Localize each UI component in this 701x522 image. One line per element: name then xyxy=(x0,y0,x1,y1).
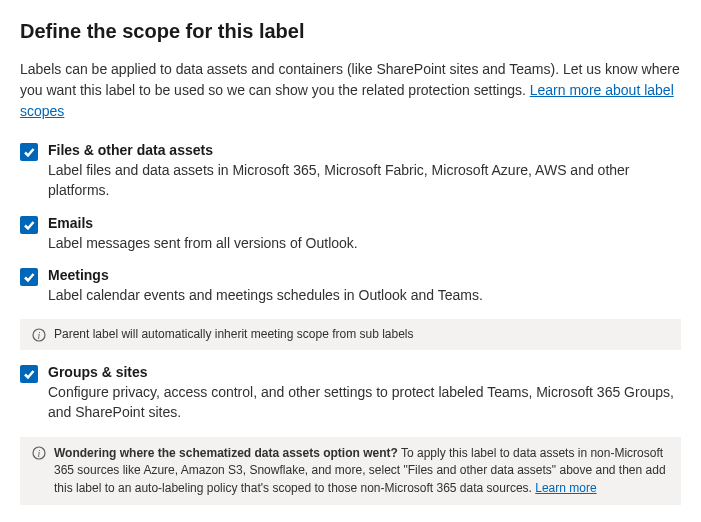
meeting-inherit-text: Parent label will automatically inherit … xyxy=(54,327,669,341)
check-icon xyxy=(23,271,35,283)
option-files: Files & other data assets Label files an… xyxy=(20,142,681,201)
option-groups-sites-desc: Configure privacy, access control, and o… xyxy=(48,382,681,423)
checkbox-meetings[interactable] xyxy=(20,268,38,286)
option-meetings: Meetings Label calendar events and meeti… xyxy=(20,267,681,305)
option-meetings-body: Meetings Label calendar events and meeti… xyxy=(48,267,681,305)
check-icon xyxy=(23,146,35,158)
schematized-info-text: Wondering where the schematized data ass… xyxy=(54,445,669,497)
option-files-title: Files & other data assets xyxy=(48,142,681,158)
check-icon xyxy=(23,219,35,231)
info-icon: i xyxy=(32,328,46,342)
intro-text: Labels can be applied to data assets and… xyxy=(20,59,681,122)
option-groups-sites-body: Groups & sites Configure privacy, access… xyxy=(48,364,681,423)
option-emails-desc: Label messages sent from all versions of… xyxy=(48,233,681,253)
schematized-info-bold: Wondering where the schematized data ass… xyxy=(54,446,398,460)
option-files-desc: Label files and data assets in Microsoft… xyxy=(48,160,681,201)
option-emails: Emails Label messages sent from all vers… xyxy=(20,215,681,253)
checkbox-groups-sites[interactable] xyxy=(20,365,38,383)
svg-text:i: i xyxy=(38,330,41,341)
option-files-body: Files & other data assets Label files an… xyxy=(48,142,681,201)
option-emails-title: Emails xyxy=(48,215,681,231)
checkbox-emails[interactable] xyxy=(20,216,38,234)
option-groups-sites-title: Groups & sites xyxy=(48,364,681,380)
schematized-info: i Wondering where the schematized data a… xyxy=(20,437,681,505)
check-icon xyxy=(23,368,35,380)
info-icon: i xyxy=(32,446,46,460)
checkbox-files[interactable] xyxy=(20,143,38,161)
page-title: Define the scope for this label xyxy=(20,20,681,43)
option-groups-sites: Groups & sites Configure privacy, access… xyxy=(20,364,681,423)
option-meetings-title: Meetings xyxy=(48,267,681,283)
option-emails-body: Emails Label messages sent from all vers… xyxy=(48,215,681,253)
option-meetings-desc: Label calendar events and meetings sched… xyxy=(48,285,681,305)
meeting-inherit-info: i Parent label will automatically inheri… xyxy=(20,319,681,350)
learn-more-schematized-link[interactable]: Learn more xyxy=(535,481,596,495)
svg-text:i: i xyxy=(38,447,41,458)
